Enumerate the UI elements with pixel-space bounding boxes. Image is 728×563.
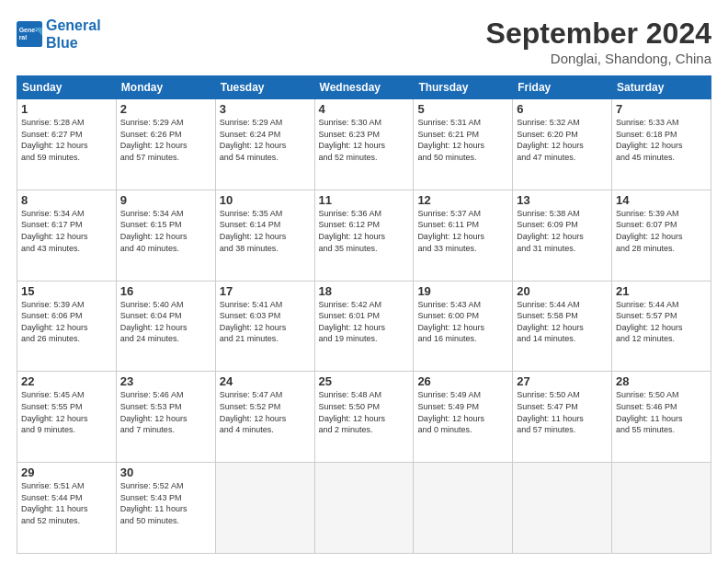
logo-icon: Gene- ral: [17, 21, 42, 47]
day-number: 8: [21, 193, 112, 207]
calendar-cell: [513, 463, 612, 554]
calendar-cell: 28Sunrise: 5:50 AM Sunset: 5:46 PM Dayli…: [612, 372, 711, 463]
logo: Gene- ral General Blue: [17, 17, 101, 52]
month-title: September 2024: [486, 17, 711, 51]
weekday-header: Wednesday: [314, 76, 414, 99]
day-info: Sunrise: 5:28 AM Sunset: 6:27 PM Dayligh…: [21, 117, 112, 163]
day-info: Sunrise: 5:50 AM Sunset: 5:47 PM Dayligh…: [517, 389, 608, 435]
day-info: Sunrise: 5:48 AM Sunset: 5:50 PM Dayligh…: [319, 389, 410, 435]
day-info: Sunrise: 5:46 AM Sunset: 5:53 PM Dayligh…: [120, 389, 211, 435]
day-number: 14: [616, 193, 707, 207]
calendar-cell: [215, 463, 314, 554]
calendar-week-row: 22Sunrise: 5:45 AM Sunset: 5:55 PM Dayli…: [17, 372, 711, 463]
title-block: September 2024 Donglai, Shandong, China: [486, 17, 711, 66]
calendar-cell: 24Sunrise: 5:47 AM Sunset: 5:52 PM Dayli…: [215, 372, 314, 463]
day-info: Sunrise: 5:39 AM Sunset: 6:06 PM Dayligh…: [21, 299, 112, 345]
weekday-header: Saturday: [612, 76, 711, 99]
day-info: Sunrise: 5:33 AM Sunset: 6:18 PM Dayligh…: [616, 117, 707, 163]
svg-text:Gene-: Gene-: [19, 27, 39, 33]
calendar-cell: 25Sunrise: 5:48 AM Sunset: 5:50 PM Dayli…: [314, 372, 414, 463]
calendar-cell: 7Sunrise: 5:33 AM Sunset: 6:18 PM Daylig…: [612, 99, 711, 190]
day-number: 27: [517, 374, 608, 388]
calendar-cell: 12Sunrise: 5:37 AM Sunset: 6:11 PM Dayli…: [414, 190, 513, 281]
calendar-cell: 13Sunrise: 5:38 AM Sunset: 6:09 PM Dayli…: [513, 190, 612, 281]
calendar-cell: 23Sunrise: 5:46 AM Sunset: 5:53 PM Dayli…: [116, 372, 215, 463]
calendar-cell: 8Sunrise: 5:34 AM Sunset: 6:17 PM Daylig…: [17, 190, 117, 281]
day-info: Sunrise: 5:29 AM Sunset: 6:26 PM Dayligh…: [120, 117, 211, 163]
day-number: 17: [220, 284, 311, 298]
calendar-cell: 22Sunrise: 5:45 AM Sunset: 5:55 PM Dayli…: [17, 372, 117, 463]
day-number: 10: [220, 193, 311, 207]
day-number: 16: [120, 284, 211, 298]
page: Gene- ral General Blue September 2024 Do…: [0, 0, 728, 563]
calendar-cell: 10Sunrise: 5:35 AM Sunset: 6:14 PM Dayli…: [215, 190, 314, 281]
calendar-cell: 11Sunrise: 5:36 AM Sunset: 6:12 PM Dayli…: [314, 190, 414, 281]
day-info: Sunrise: 5:34 AM Sunset: 6:15 PM Dayligh…: [120, 208, 211, 254]
day-number: 5: [417, 102, 508, 116]
calendar-week-row: 29Sunrise: 5:51 AM Sunset: 5:44 PM Dayli…: [17, 463, 711, 554]
calendar-cell: 29Sunrise: 5:51 AM Sunset: 5:44 PM Dayli…: [17, 463, 117, 554]
calendar-cell: 5Sunrise: 5:31 AM Sunset: 6:21 PM Daylig…: [414, 99, 513, 190]
calendar-week-row: 8Sunrise: 5:34 AM Sunset: 6:17 PM Daylig…: [17, 190, 711, 281]
day-number: 4: [319, 102, 410, 116]
day-number: 24: [220, 374, 311, 388]
day-number: 3: [220, 102, 311, 116]
calendar-cell: 26Sunrise: 5:49 AM Sunset: 5:49 PM Dayli…: [414, 372, 513, 463]
day-info: Sunrise: 5:32 AM Sunset: 6:20 PM Dayligh…: [517, 117, 608, 163]
weekday-header-row: SundayMondayTuesdayWednesdayThursdayFrid…: [17, 76, 711, 99]
day-number: 25: [319, 374, 410, 388]
calendar-cell: 27Sunrise: 5:50 AM Sunset: 5:47 PM Dayli…: [513, 372, 612, 463]
day-number: 13: [517, 193, 608, 207]
day-number: 22: [21, 374, 112, 388]
day-info: Sunrise: 5:35 AM Sunset: 6:14 PM Dayligh…: [220, 208, 311, 254]
calendar-cell: 21Sunrise: 5:44 AM Sunset: 5:57 PM Dayli…: [612, 281, 711, 372]
day-info: Sunrise: 5:41 AM Sunset: 6:03 PM Dayligh…: [220, 299, 311, 345]
calendar-cell: 4Sunrise: 5:30 AM Sunset: 6:23 PM Daylig…: [314, 99, 414, 190]
day-number: 28: [616, 374, 707, 388]
day-info: Sunrise: 5:52 AM Sunset: 5:43 PM Dayligh…: [120, 480, 211, 526]
day-number: 11: [319, 193, 410, 207]
day-number: 21: [616, 284, 707, 298]
day-info: Sunrise: 5:38 AM Sunset: 6:09 PM Dayligh…: [517, 208, 608, 254]
day-info: Sunrise: 5:34 AM Sunset: 6:17 PM Dayligh…: [21, 208, 112, 254]
day-number: 26: [417, 374, 508, 388]
calendar-cell: 14Sunrise: 5:39 AM Sunset: 6:07 PM Dayli…: [612, 190, 711, 281]
day-info: Sunrise: 5:44 AM Sunset: 5:57 PM Dayligh…: [616, 299, 707, 345]
weekday-header: Monday: [116, 76, 215, 99]
day-number: 29: [21, 465, 112, 479]
logo-line1: General: [46, 17, 101, 34]
day-info: Sunrise: 5:29 AM Sunset: 6:24 PM Dayligh…: [220, 117, 311, 163]
calendar-cell: 3Sunrise: 5:29 AM Sunset: 6:24 PM Daylig…: [215, 99, 314, 190]
calendar-cell: 15Sunrise: 5:39 AM Sunset: 6:06 PM Dayli…: [17, 281, 117, 372]
day-number: 18: [319, 284, 410, 298]
day-info: Sunrise: 5:50 AM Sunset: 5:46 PM Dayligh…: [616, 389, 707, 435]
day-info: Sunrise: 5:44 AM Sunset: 5:58 PM Dayligh…: [517, 299, 608, 345]
day-info: Sunrise: 5:51 AM Sunset: 5:44 PM Dayligh…: [21, 480, 112, 526]
calendar-cell: 9Sunrise: 5:34 AM Sunset: 6:15 PM Daylig…: [116, 190, 215, 281]
day-info: Sunrise: 5:40 AM Sunset: 6:04 PM Dayligh…: [120, 299, 211, 345]
day-number: 7: [616, 102, 707, 116]
day-info: Sunrise: 5:43 AM Sunset: 6:00 PM Dayligh…: [417, 299, 508, 345]
day-number: 19: [417, 284, 508, 298]
day-number: 1: [21, 102, 112, 116]
day-number: 15: [21, 284, 112, 298]
calendar-cell: 2Sunrise: 5:29 AM Sunset: 6:26 PM Daylig…: [116, 99, 215, 190]
calendar-week-row: 1Sunrise: 5:28 AM Sunset: 6:27 PM Daylig…: [17, 99, 711, 190]
day-info: Sunrise: 5:30 AM Sunset: 6:23 PM Dayligh…: [319, 117, 410, 163]
calendar-cell: [414, 463, 513, 554]
calendar-cell: 17Sunrise: 5:41 AM Sunset: 6:03 PM Dayli…: [215, 281, 314, 372]
day-number: 20: [517, 284, 608, 298]
calendar: SundayMondayTuesdayWednesdayThursdayFrid…: [17, 75, 711, 554]
day-info: Sunrise: 5:47 AM Sunset: 5:52 PM Dayligh…: [220, 389, 311, 435]
day-info: Sunrise: 5:49 AM Sunset: 5:49 PM Dayligh…: [417, 389, 508, 435]
logo-text: General Blue: [46, 17, 101, 52]
day-info: Sunrise: 5:45 AM Sunset: 5:55 PM Dayligh…: [21, 389, 112, 435]
calendar-cell: 6Sunrise: 5:32 AM Sunset: 6:20 PM Daylig…: [513, 99, 612, 190]
day-number: 23: [120, 374, 211, 388]
svg-text:ral: ral: [19, 34, 28, 40]
day-number: 2: [120, 102, 211, 116]
day-number: 6: [517, 102, 608, 116]
day-info: Sunrise: 5:42 AM Sunset: 6:01 PM Dayligh…: [319, 299, 410, 345]
header: Gene- ral General Blue September 2024 Do…: [17, 17, 711, 66]
day-info: Sunrise: 5:36 AM Sunset: 6:12 PM Dayligh…: [319, 208, 410, 254]
